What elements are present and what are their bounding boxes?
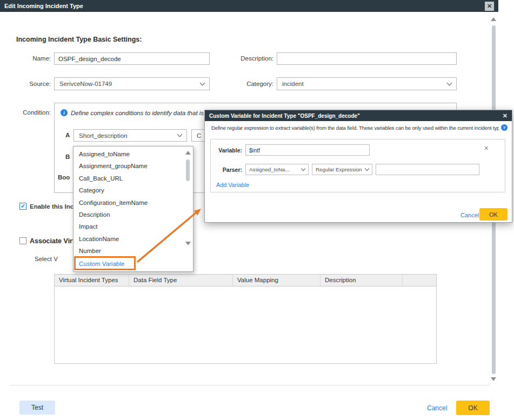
test-button[interactable]: Test bbox=[19, 401, 55, 415]
remove-variable-icon[interactable]: ✕ bbox=[484, 145, 489, 152]
edit-incoming-incident-type-dialog: Edit Incoming Incident Type ✕ Incoming I… bbox=[0, 0, 514, 420]
close-icon[interactable]: ✕ bbox=[485, 2, 494, 11]
parser-label: Parser: bbox=[213, 166, 242, 173]
enable-incident-checkbox[interactable]: ✓ bbox=[19, 203, 26, 210]
category-select[interactable]: incident bbox=[277, 77, 457, 90]
list-scroll-up-icon[interactable] bbox=[185, 151, 191, 155]
parser-pattern-input[interactable] bbox=[376, 164, 479, 175]
list-scroll-down-icon[interactable] bbox=[185, 242, 191, 245]
parser-field-value: Assigned_toNa... bbox=[249, 166, 302, 172]
custom-variable-dialog-titlebar: Custom Variable for Incident Type "OSPF_… bbox=[205, 110, 512, 121]
virtual-types-table-header: Virtual Incident Types Data Field Type V… bbox=[54, 274, 437, 286]
name-input[interactable] bbox=[54, 52, 210, 65]
instruction-row: Define regular expression to extract var… bbox=[211, 124, 508, 131]
list-item-custom-variable[interactable]: Custom Variable bbox=[74, 258, 193, 270]
associate-virtual-label: Associate Virt bbox=[30, 237, 73, 245]
chevron-down-icon bbox=[447, 80, 452, 85]
variable-label: Variable: bbox=[213, 147, 242, 154]
field-dropdown-list: Assigned_toName Assignment_groupName Cal… bbox=[73, 146, 193, 272]
cancel-link[interactable]: Cancel bbox=[427, 404, 447, 412]
list-item[interactable]: Configuration_itemName bbox=[74, 197, 193, 209]
variable-input[interactable] bbox=[245, 144, 370, 156]
associate-virtual-checkbox[interactable] bbox=[19, 237, 26, 244]
list-item[interactable]: Assignment_groupName bbox=[74, 160, 193, 172]
category-value: incident bbox=[282, 81, 448, 87]
parser-type-select[interactable]: Regular Expression bbox=[312, 164, 372, 175]
list-item[interactable]: Impact bbox=[74, 221, 193, 232]
source-label: Source: bbox=[16, 81, 51, 87]
list-item[interactable]: Description bbox=[74, 209, 193, 221]
list-scrollbar-thumb[interactable] bbox=[186, 159, 190, 181]
column-header-data-field-type: Data Field Type bbox=[129, 275, 233, 286]
overlay-cancel-link[interactable]: Cancel bbox=[460, 212, 479, 218]
condition-row-b-label: B bbox=[65, 154, 70, 160]
column-header-value-mapping: Value Mapping bbox=[233, 275, 321, 286]
chevron-down-icon bbox=[177, 132, 183, 137]
basic-settings-heading: Incoming Incident Type Basic Settings: bbox=[16, 36, 142, 43]
custom-variable-dialog: Custom Variable for Incident Type "OSPF_… bbox=[204, 110, 512, 223]
check-icon: ✓ bbox=[21, 203, 25, 209]
variable-definition-box: Variable: ✕ Parser: Assigned_toNa... Reg… bbox=[210, 139, 505, 192]
dialog-title: Edit Incoming Incident Type bbox=[4, 3, 83, 9]
description-input[interactable] bbox=[277, 52, 457, 65]
parser-field-select[interactable]: Assigned_toNa... bbox=[245, 164, 309, 175]
list-item[interactable]: Number bbox=[74, 245, 193, 257]
dialog-titlebar: Edit Incoming Incident Type ✕ bbox=[0, 0, 498, 12]
virtual-types-table-body bbox=[54, 286, 437, 364]
category-label: Category: bbox=[227, 81, 273, 87]
ok-button[interactable]: OK bbox=[456, 401, 490, 415]
column-header-description: Description bbox=[321, 275, 403, 286]
overlay-ok-button[interactable]: OK bbox=[479, 208, 508, 221]
list-item[interactable]: Assigned_toName bbox=[74, 148, 193, 160]
chevron-down-icon bbox=[200, 80, 205, 85]
help-icon[interactable]: ? bbox=[501, 124, 508, 131]
chevron-down-icon bbox=[365, 166, 369, 171]
chevron-down-icon bbox=[301, 166, 305, 171]
add-variable-link[interactable]: Add Variable bbox=[216, 182, 249, 188]
description-label: Description: bbox=[227, 55, 273, 62]
close-icon[interactable]: ✕ bbox=[503, 112, 508, 119]
condition-label: Condition: bbox=[11, 109, 51, 116]
select-virtual-label: Select V bbox=[35, 256, 72, 262]
source-value: SerivceNow-01749 bbox=[59, 81, 201, 87]
parser-type-value: Regular Expression bbox=[316, 166, 365, 172]
instruction-text: Define regular expression to extract var… bbox=[211, 125, 499, 131]
name-label: Name: bbox=[16, 55, 51, 62]
info-icon: i bbox=[61, 109, 68, 116]
scroll-down-icon[interactable] bbox=[491, 377, 496, 381]
condition-row-a-label: A bbox=[65, 132, 70, 138]
column-header-actions bbox=[403, 275, 436, 286]
condition-hint: Define complex conditions to identify da… bbox=[71, 110, 204, 116]
footer-divider bbox=[10, 385, 490, 385]
list-item[interactable]: Category bbox=[74, 184, 193, 196]
condition-field-value: Short_description bbox=[79, 132, 178, 139]
enable-incident-label: Enable this Inco bbox=[30, 203, 73, 210]
condition-field-select[interactable]: Short_description bbox=[74, 129, 187, 142]
column-header-virtual-incident-types: Virtual Incident Types bbox=[55, 275, 129, 286]
list-item[interactable]: Call_Back_URL bbox=[74, 172, 193, 184]
boolean-expression-label: Boo bbox=[58, 174, 70, 181]
list-item[interactable]: LocationName bbox=[74, 233, 193, 245]
scroll-up-icon[interactable] bbox=[491, 17, 496, 21]
custom-variable-dialog-title: Custom Variable for Incident Type "OSPF_… bbox=[209, 113, 360, 119]
source-select[interactable]: SerivceNow-01749 bbox=[54, 77, 210, 90]
